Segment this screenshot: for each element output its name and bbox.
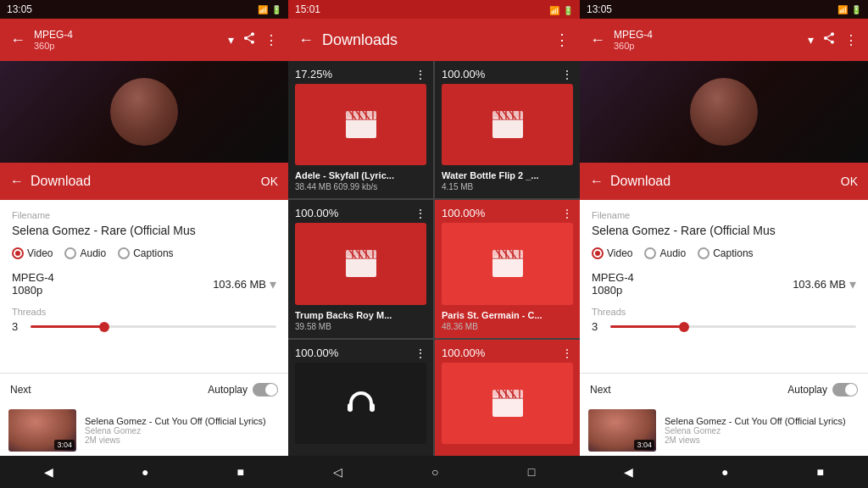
right-next-video[interactable]: 3:04 Selena Gomez - Cut You Off (Officia… — [580, 405, 868, 456]
center-app-bar: ← Downloads ⋮ — [288, 19, 580, 61]
left-share-button[interactable] — [242, 31, 256, 48]
right-dialog-back[interactable]: ← — [590, 174, 604, 189]
headphone-icon — [344, 388, 378, 419]
left-next-video-title: Selena Gomez - Cut You Off (Official Lyr… — [85, 416, 280, 426]
right-nav-back[interactable]: ◀ — [624, 465, 633, 479]
download-more-1[interactable]: ⋮ — [561, 68, 573, 81]
center-back-button[interactable]: ← — [298, 31, 314, 49]
right-share-button[interactable] — [822, 31, 836, 48]
download-percent-5: 100.00% — [442, 347, 573, 359]
right-video-bg — [580, 61, 868, 163]
right-dialog-body: Filename Selena Gomez - Rare (Official M… — [580, 200, 868, 373]
left-threads-slider[interactable] — [31, 325, 276, 328]
right-nav-home[interactable]: ● — [721, 465, 728, 479]
left-resolution: 360p — [34, 41, 220, 51]
center-nav-square[interactable]: □ — [528, 465, 535, 479]
left-next-video-info: Selena Gomez - Cut You Off (Official Lyr… — [85, 416, 280, 445]
download-more-3[interactable]: ⋮ — [561, 207, 573, 220]
left-captions-radio[interactable]: Captions — [118, 247, 173, 259]
download-thumb-0 — [295, 84, 426, 165]
download-meta-2: 39.58 MB — [295, 322, 426, 331]
left-audio-radio[interactable]: Audio — [64, 247, 106, 259]
download-item-1[interactable]: 100.00% ⋮ Water Bottle Flip 2 _... 4.15 — [435, 61, 580, 198]
center-more-button[interactable]: ⋮ — [554, 30, 570, 49]
left-nav-bar: ◀ ● ■ — [0, 456, 288, 488]
right-captions-radio[interactable]: Captions — [698, 247, 753, 259]
download-more-4[interactable]: ⋮ — [415, 347, 426, 360]
right-autoplay-toggle[interactable] — [832, 383, 858, 396]
clapboard-icon-0 — [344, 109, 378, 140]
download-more-5[interactable]: ⋮ — [561, 347, 573, 360]
right-dropdown-icon[interactable]: ▾ — [808, 33, 814, 47]
left-back-button[interactable]: ← — [10, 31, 25, 49]
right-video-area — [580, 61, 868, 163]
right-format-info: MPEG-4 360p — [614, 29, 799, 51]
right-more-button[interactable]: ⋮ — [844, 32, 858, 48]
right-video-radio[interactable]: Video — [592, 247, 632, 259]
right-autoplay-label: Autoplay — [787, 384, 827, 396]
right-audio-radio[interactable]: Audio — [644, 247, 686, 259]
right-app-bar: ← MPEG-4 360p ▾ ⋮ — [580, 19, 868, 61]
center-nav-back[interactable]: ◁ — [333, 465, 342, 479]
right-back-button[interactable]: ← — [590, 31, 605, 49]
download-item-0[interactable]: 17.25% ⋮ Adele - Skyfall (Lyric... 38.44 — [288, 61, 433, 198]
left-status-icons: 📶 🔋 — [258, 5, 281, 14]
left-nav-home[interactable]: ● — [142, 465, 148, 479]
download-thumb-5 — [442, 363, 573, 444]
right-dialog-size: 103.66 MB — [793, 278, 846, 291]
download-item-5[interactable]: 100.00% ⋮ — [435, 340, 580, 456]
download-more-2[interactable]: ⋮ — [415, 207, 426, 220]
center-nav-home[interactable]: ○ — [431, 465, 438, 479]
left-battery-icon: 🔋 — [271, 5, 281, 14]
download-meta-0: 38.44 MB 609.99 kb/s — [295, 182, 426, 191]
right-threads-slider[interactable] — [610, 325, 856, 328]
left-format-row: MPEG-4 1080p 103.66 MB ▾ — [12, 271, 276, 297]
center-status-icons: 📶 🔋 — [549, 2, 573, 17]
right-battery-icon: 🔋 — [851, 5, 861, 14]
left-audio-radio-circle — [64, 247, 76, 259]
left-video-radio-label: Video — [27, 247, 53, 259]
right-video-face — [690, 78, 758, 146]
right-radio-group: Video Audio Captions — [592, 247, 856, 259]
left-nav-square[interactable]: ■ — [237, 465, 244, 479]
download-item-3[interactable]: 100.00% ⋮ Paris St. Germain - C... 48.36 — [435, 200, 580, 337]
left-next-video-channel: Selena Gomez — [85, 426, 280, 435]
right-captions-radio-circle — [698, 247, 709, 259]
center-panel: 15:01 📶 🔋 ← Downloads ⋮ 17.25% ⋮ — [288, 0, 580, 488]
downloads-grid: 17.25% ⋮ Adele - Skyfall (Lyric... 38.44 — [288, 61, 580, 456]
right-filename-label: Filename — [592, 210, 856, 220]
right-captions-radio-label: Captions — [713, 247, 753, 259]
left-download-dialog: ← Download OK Filename Selena Gomez - Ra… — [0, 163, 288, 373]
right-resolution: 360p — [614, 41, 799, 51]
download-item-4[interactable]: 100.00% ⋮ — [288, 340, 433, 456]
svg-rect-41 — [370, 403, 375, 412]
download-item-2[interactable]: 100.00% ⋮ Trump Backs Roy M... 39.58 MB — [288, 200, 433, 337]
left-next-bar: Next Autoplay — [0, 373, 288, 405]
left-dialog-back[interactable]: ← — [10, 174, 24, 189]
left-time: 13:05 — [7, 3, 32, 15]
right-next-label: Next — [590, 384, 611, 396]
download-percent-2: 100.00% — [295, 207, 426, 219]
left-autoplay-toggle[interactable] — [253, 383, 278, 396]
left-slider-row: 3 — [12, 320, 276, 333]
download-percent-0: 17.25% — [295, 68, 426, 80]
left-radio-group: Video Audio Captions — [12, 247, 276, 259]
center-time: 15:01 — [295, 3, 320, 15]
left-dropdown-icon[interactable]: ▾ — [228, 33, 234, 47]
right-format-row: MPEG-4 1080p 103.66 MB ▾ — [592, 271, 856, 297]
left-filename: Selena Gomez - Rare (Official Mus — [12, 224, 276, 237]
right-time: 13:05 — [587, 3, 612, 15]
right-threads-row: Threads 3 — [592, 307, 856, 333]
download-title-2: Trump Backs Roy M... — [295, 310, 426, 320]
right-size-dropdown-icon[interactable]: ▾ — [849, 276, 856, 292]
left-next-video[interactable]: 3:04 Selena Gomez - Cut You Off (Officia… — [0, 405, 288, 456]
left-size-dropdown-icon[interactable]: ▾ — [270, 276, 276, 292]
left-more-button[interactable]: ⋮ — [264, 32, 278, 48]
left-nav-back[interactable]: ◀ — [44, 465, 53, 479]
right-dialog-ok[interactable]: OK — [841, 175, 858, 188]
left-dialog-ok[interactable]: OK — [261, 175, 278, 188]
download-more-0[interactable]: ⋮ — [415, 68, 426, 81]
right-next-video-info: Selena Gomez - Cut You Off (Official Lyr… — [665, 416, 860, 445]
left-video-radio[interactable]: Video — [12, 247, 53, 259]
right-nav-square[interactable]: ■ — [817, 465, 824, 479]
